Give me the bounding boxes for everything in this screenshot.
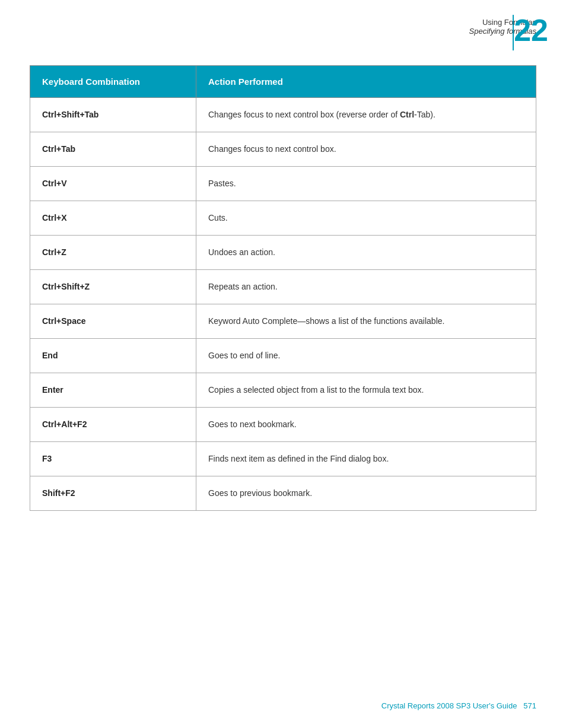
col-keyboard-combination: Keyboard Combination — [30, 66, 196, 98]
keyboard-shortcut-action: Copies a selected object from a list to … — [196, 373, 536, 408]
keyboard-shortcut-action: Goes to next bookmark. — [196, 408, 536, 442]
keyboard-shortcut-key: Ctrl+V — [30, 167, 196, 201]
keyboard-shortcut-action: Keyword Auto Complete—shows a list of th… — [196, 304, 536, 339]
table-row: Ctrl+TabChanges focus to next control bo… — [30, 132, 536, 167]
keyboard-shortcut-key: Ctrl+Alt+F2 — [30, 408, 196, 442]
col-action-performed: Action Performed — [196, 66, 536, 98]
keyboard-shortcut-key: Enter — [30, 373, 196, 408]
keyboard-shortcut-key: F3 — [30, 442, 196, 476]
keyboard-shortcut-key: Ctrl+Tab — [30, 132, 196, 167]
table-row: Ctrl+VPastes. — [30, 167, 536, 201]
keyboard-shortcut-key: Shift+F2 — [30, 476, 196, 511]
table-header-row: Keyboard Combination Action Performed — [30, 66, 536, 98]
keyboard-shortcut-action: Cuts. — [196, 201, 536, 236]
table-row: EndGoes to end of line. — [30, 339, 536, 373]
table-row: EnterCopies a selected object from a lis… — [30, 373, 536, 408]
table-row: F3Finds next item as defined in the Find… — [30, 442, 536, 476]
keyboard-shortcuts-table: Keyboard Combination Action Performed Ct… — [30, 65, 536, 511]
keyboard-shortcut-key: Ctrl+X — [30, 201, 196, 236]
keyboard-shortcut-action: Changes focus to next control box (rever… — [196, 98, 536, 132]
table-row: Ctrl+Shift+ZRepeats an action. — [30, 270, 536, 304]
keyboard-shortcut-action: Undoes an action. — [196, 236, 536, 270]
page-footer: Crystal Reports 2008 SP3 User's Guide 57… — [381, 701, 536, 710]
table-row: Ctrl+ZUndoes an action. — [30, 236, 536, 270]
table-row: Ctrl+Alt+F2Goes to next bookmark. — [30, 408, 536, 442]
keyboard-shortcut-action: Goes to previous bookmark. — [196, 476, 536, 511]
table-row: Ctrl+Shift+TabChanges focus to next cont… — [30, 98, 536, 132]
keyboard-shortcut-key: Ctrl+Space — [30, 304, 196, 339]
keyboard-shortcut-action: Goes to end of line. — [196, 339, 536, 373]
page-number: 571 — [523, 701, 536, 710]
keyboard-shortcut-action: Finds next item as defined in the Find d… — [196, 442, 536, 476]
keyboard-shortcut-key: Ctrl+Z — [30, 236, 196, 270]
main-content: Keyboard Combination Action Performed Ct… — [30, 65, 536, 511]
table-row: Ctrl+SpaceKeyword Auto Complete—shows a … — [30, 304, 536, 339]
keyboard-shortcut-key: End — [30, 339, 196, 373]
table-row: Ctrl+XCuts. — [30, 201, 536, 236]
keyboard-shortcut-action: Pastes. — [196, 167, 536, 201]
keyboard-shortcut-action: Changes focus to next control box. — [196, 132, 536, 167]
chapter-number: 22 — [514, 15, 548, 46]
keyboard-shortcut-key: Ctrl+Shift+Tab — [30, 98, 196, 132]
keyboard-shortcut-key: Ctrl+Shift+Z — [30, 270, 196, 304]
table-row: Shift+F2Goes to previous bookmark. — [30, 476, 536, 511]
footer-guide-name: Crystal Reports 2008 SP3 User's Guide — [381, 701, 517, 710]
keyboard-shortcut-action: Repeats an action. — [196, 270, 536, 304]
